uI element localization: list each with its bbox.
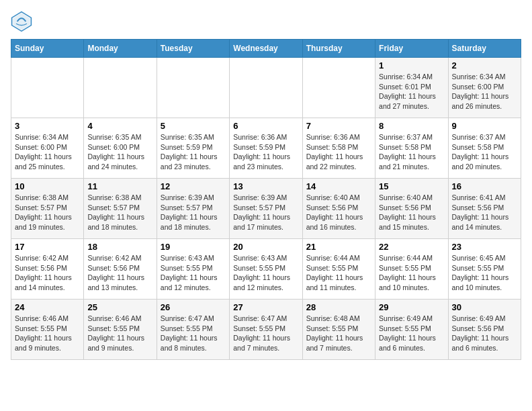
day-number: 3 bbox=[15, 121, 80, 131]
calendar-cell: 10Sunrise: 6:38 AM Sunset: 5:57 PM Dayli… bbox=[11, 179, 84, 239]
day-info: Sunrise: 6:40 AM Sunset: 5:56 PM Dayligh… bbox=[306, 193, 371, 232]
calendar-cell: 19Sunrise: 6:43 AM Sunset: 5:55 PM Dayli… bbox=[157, 239, 229, 300]
week-row-3: 10Sunrise: 6:38 AM Sunset: 5:57 PM Dayli… bbox=[11, 179, 521, 239]
day-info: Sunrise: 6:46 AM Sunset: 5:55 PM Dayligh… bbox=[87, 314, 152, 353]
day-info: Sunrise: 6:43 AM Sunset: 5:55 PM Dayligh… bbox=[233, 253, 298, 293]
calendar-cell bbox=[84, 58, 157, 118]
calendar-cell: 11Sunrise: 6:38 AM Sunset: 5:57 PM Dayli… bbox=[84, 179, 157, 239]
day-number: 23 bbox=[452, 242, 517, 252]
day-info: Sunrise: 6:39 AM Sunset: 5:57 PM Dayligh… bbox=[233, 193, 298, 232]
day-number: 11 bbox=[87, 181, 152, 191]
day-number: 27 bbox=[233, 302, 298, 312]
calendar-table: SundayMondayTuesdayWednesdayThursdayFrid… bbox=[11, 39, 521, 360]
calendar-cell: 13Sunrise: 6:39 AM Sunset: 5:57 PM Dayli… bbox=[230, 179, 302, 239]
logo bbox=[11, 11, 35, 32]
day-number: 21 bbox=[306, 242, 371, 252]
calendar-cell: 2Sunrise: 6:34 AM Sunset: 6:00 PM Daylig… bbox=[448, 58, 521, 118]
day-info: Sunrise: 6:46 AM Sunset: 5:55 PM Dayligh… bbox=[15, 314, 80, 353]
day-info: Sunrise: 6:36 AM Sunset: 5:58 PM Dayligh… bbox=[306, 132, 371, 172]
week-row-2: 3Sunrise: 6:34 AM Sunset: 6:00 PM Daylig… bbox=[11, 118, 521, 179]
day-info: Sunrise: 6:44 AM Sunset: 5:55 PM Dayligh… bbox=[306, 253, 371, 293]
week-row-5: 24Sunrise: 6:46 AM Sunset: 5:55 PM Dayli… bbox=[11, 300, 521, 360]
day-info: Sunrise: 6:34 AM Sunset: 6:00 PM Dayligh… bbox=[15, 132, 80, 172]
day-info: Sunrise: 6:39 AM Sunset: 5:57 PM Dayligh… bbox=[161, 193, 226, 232]
calendar-cell: 8Sunrise: 6:37 AM Sunset: 5:58 PM Daylig… bbox=[375, 118, 448, 179]
day-number: 9 bbox=[452, 121, 517, 131]
day-number: 30 bbox=[452, 302, 517, 312]
calendar-cell: 5Sunrise: 6:35 AM Sunset: 5:59 PM Daylig… bbox=[157, 118, 229, 179]
calendar-cell: 3Sunrise: 6:34 AM Sunset: 6:00 PM Daylig… bbox=[11, 118, 84, 179]
week-row-1: 1Sunrise: 6:34 AM Sunset: 6:01 PM Daylig… bbox=[11, 58, 521, 118]
day-number: 12 bbox=[161, 181, 226, 191]
day-info: Sunrise: 6:37 AM Sunset: 5:58 PM Dayligh… bbox=[379, 132, 444, 172]
day-info: Sunrise: 6:37 AM Sunset: 5:58 PM Dayligh… bbox=[452, 132, 517, 172]
header-tuesday: Tuesday bbox=[157, 40, 229, 58]
day-number: 24 bbox=[15, 302, 80, 312]
day-info: Sunrise: 6:47 AM Sunset: 5:55 PM Dayligh… bbox=[161, 314, 226, 353]
day-number: 28 bbox=[306, 302, 371, 312]
header-friday: Friday bbox=[375, 40, 448, 58]
day-number: 18 bbox=[87, 242, 152, 252]
calendar-cell: 6Sunrise: 6:36 AM Sunset: 5:59 PM Daylig… bbox=[230, 118, 302, 179]
day-info: Sunrise: 6:43 AM Sunset: 5:55 PM Dayligh… bbox=[161, 253, 226, 293]
calendar-cell: 14Sunrise: 6:40 AM Sunset: 5:56 PM Dayli… bbox=[302, 179, 375, 239]
day-number: 15 bbox=[379, 181, 444, 191]
day-info: Sunrise: 6:48 AM Sunset: 5:55 PM Dayligh… bbox=[306, 314, 371, 353]
day-info: Sunrise: 6:45 AM Sunset: 5:55 PM Dayligh… bbox=[452, 253, 517, 293]
page-header bbox=[11, 11, 521, 32]
day-info: Sunrise: 6:38 AM Sunset: 5:57 PM Dayligh… bbox=[15, 193, 80, 232]
calendar-cell: 27Sunrise: 6:47 AM Sunset: 5:55 PM Dayli… bbox=[230, 300, 302, 360]
calendar-cell: 1Sunrise: 6:34 AM Sunset: 6:01 PM Daylig… bbox=[375, 58, 448, 118]
day-info: Sunrise: 6:42 AM Sunset: 5:56 PM Dayligh… bbox=[87, 253, 152, 293]
day-number: 20 bbox=[233, 242, 298, 252]
day-number: 4 bbox=[87, 121, 152, 131]
day-number: 7 bbox=[306, 121, 371, 131]
day-number: 10 bbox=[15, 181, 80, 191]
calendar-cell bbox=[157, 58, 229, 118]
day-info: Sunrise: 6:41 AM Sunset: 5:56 PM Dayligh… bbox=[452, 193, 517, 232]
calendar-cell bbox=[11, 58, 84, 118]
day-number: 19 bbox=[161, 242, 226, 252]
calendar-cell: 16Sunrise: 6:41 AM Sunset: 5:56 PM Dayli… bbox=[448, 179, 521, 239]
day-number: 1 bbox=[379, 60, 444, 71]
calendar-cell: 26Sunrise: 6:47 AM Sunset: 5:55 PM Dayli… bbox=[157, 300, 229, 360]
day-number: 13 bbox=[233, 181, 298, 191]
calendar-cell: 4Sunrise: 6:35 AM Sunset: 6:00 PM Daylig… bbox=[84, 118, 157, 179]
day-info: Sunrise: 6:49 AM Sunset: 5:56 PM Dayligh… bbox=[452, 314, 517, 353]
calendar-cell: 30Sunrise: 6:49 AM Sunset: 5:56 PM Dayli… bbox=[448, 300, 521, 360]
calendar-cell: 9Sunrise: 6:37 AM Sunset: 5:58 PM Daylig… bbox=[448, 118, 521, 179]
header-monday: Monday bbox=[84, 40, 157, 58]
day-number: 17 bbox=[15, 242, 80, 252]
day-info: Sunrise: 6:40 AM Sunset: 5:56 PM Dayligh… bbox=[379, 193, 444, 232]
week-row-4: 17Sunrise: 6:42 AM Sunset: 5:56 PM Dayli… bbox=[11, 239, 521, 300]
header-thursday: Thursday bbox=[302, 40, 375, 58]
header-sunday: Sunday bbox=[11, 40, 84, 58]
calendar-cell: 18Sunrise: 6:42 AM Sunset: 5:56 PM Dayli… bbox=[84, 239, 157, 300]
day-info: Sunrise: 6:34 AM Sunset: 6:00 PM Dayligh… bbox=[452, 72, 517, 111]
day-number: 25 bbox=[87, 302, 152, 312]
day-number: 6 bbox=[233, 121, 298, 131]
calendar-cell: 29Sunrise: 6:49 AM Sunset: 5:55 PM Dayli… bbox=[375, 300, 448, 360]
header-wednesday: Wednesday bbox=[230, 40, 302, 58]
day-number: 26 bbox=[161, 302, 226, 312]
day-info: Sunrise: 6:35 AM Sunset: 5:59 PM Dayligh… bbox=[161, 132, 226, 172]
day-info: Sunrise: 6:34 AM Sunset: 6:01 PM Dayligh… bbox=[379, 72, 444, 111]
calendar-cell: 25Sunrise: 6:46 AM Sunset: 5:55 PM Dayli… bbox=[84, 300, 157, 360]
calendar-cell: 24Sunrise: 6:46 AM Sunset: 5:55 PM Dayli… bbox=[11, 300, 84, 360]
day-info: Sunrise: 6:36 AM Sunset: 5:59 PM Dayligh… bbox=[233, 132, 298, 172]
day-number: 8 bbox=[379, 121, 444, 131]
header-row: SundayMondayTuesdayWednesdayThursdayFrid… bbox=[11, 40, 521, 58]
day-number: 5 bbox=[161, 121, 226, 131]
calendar-cell: 17Sunrise: 6:42 AM Sunset: 5:56 PM Dayli… bbox=[11, 239, 84, 300]
day-info: Sunrise: 6:35 AM Sunset: 6:00 PM Dayligh… bbox=[87, 132, 152, 172]
calendar-cell: 12Sunrise: 6:39 AM Sunset: 5:57 PM Dayli… bbox=[157, 179, 229, 239]
calendar-cell: 28Sunrise: 6:48 AM Sunset: 5:55 PM Dayli… bbox=[302, 300, 375, 360]
day-number: 22 bbox=[379, 242, 444, 252]
day-info: Sunrise: 6:42 AM Sunset: 5:56 PM Dayligh… bbox=[15, 253, 80, 293]
calendar-cell: 20Sunrise: 6:43 AM Sunset: 5:55 PM Dayli… bbox=[230, 239, 302, 300]
day-info: Sunrise: 6:47 AM Sunset: 5:55 PM Dayligh… bbox=[233, 314, 298, 353]
day-number: 16 bbox=[452, 181, 517, 191]
calendar-cell: 22Sunrise: 6:44 AM Sunset: 5:55 PM Dayli… bbox=[375, 239, 448, 300]
calendar-cell: 21Sunrise: 6:44 AM Sunset: 5:55 PM Dayli… bbox=[302, 239, 375, 300]
calendar-cell: 15Sunrise: 6:40 AM Sunset: 5:56 PM Dayli… bbox=[375, 179, 448, 239]
